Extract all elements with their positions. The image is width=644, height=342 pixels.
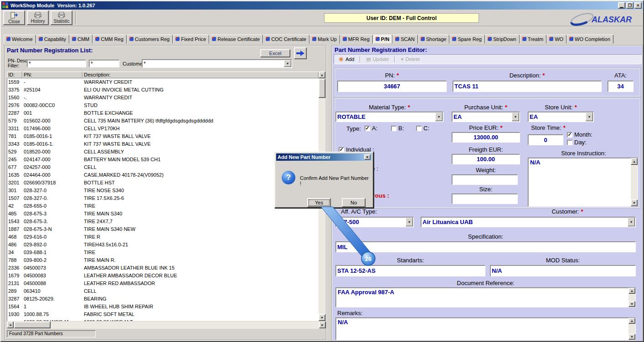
tab-release-certificate[interactable]: Release Certificate (209, 35, 263, 44)
table-row[interactable]: 3311017496-000CELL VP170KH (7, 125, 319, 133)
tab-wo-completion[interactable]: WO Completion (567, 35, 613, 44)
tab-fixed-price[interactable]: Fixed Price (173, 35, 209, 44)
table-row[interactable]: 486029-892-0TIREH43.5x16.0-21 (7, 241, 319, 249)
scroll-up-button[interactable]: ▲ (319, 71, 325, 78)
statistic-button[interactable]: Statistic (51, 10, 72, 25)
type-b-checkbox[interactable] (391, 126, 397, 131)
freight-eur-input[interactable] (452, 154, 520, 164)
customer-filter-combo[interactable]: * ▼ (142, 59, 292, 68)
tab-mfr-reg[interactable]: MFR Reg (340, 35, 373, 44)
combo-arrow-icon[interactable]: ▼ (512, 112, 519, 121)
combo-arrow-icon[interactable]: ▼ (435, 112, 443, 121)
tab-cmm-reg[interactable]: CMM Reg (93, 35, 127, 44)
description-input[interactable] (453, 81, 602, 92)
table-row[interactable]: 245024147-000BATTERY MAIN MODEL 539 CH1 (7, 156, 319, 163)
tab-scan[interactable]: SCAN (392, 35, 418, 44)
table-row[interactable]: 34039-688-1TIRE (7, 249, 319, 256)
scroll-up-button[interactable]: ▲ (629, 318, 635, 324)
month-checkbox[interactable]: ✓ (567, 132, 572, 138)
combo-arrow-icon[interactable]: ▼ (586, 112, 593, 121)
table-row[interactable]: 529018520-000CELL ASSEMBLY (7, 148, 319, 156)
standarts-input[interactable] (335, 265, 485, 276)
table-row[interactable]: 2287001BOTTLE EXCHANGE (7, 109, 319, 117)
add-button[interactable]: ✳ Add (336, 56, 357, 63)
list-horizontal-scrollbar[interactable]: ◄ ► (7, 322, 326, 329)
type-c-checkbox[interactable] (416, 126, 422, 131)
delete-button[interactable]: × Delete (398, 56, 422, 62)
size-input[interactable] (452, 194, 518, 204)
ata-input[interactable] (608, 81, 634, 92)
table-row[interactable]: 1560-.WARRANTY CREDIT (7, 94, 319, 102)
tab-p-n[interactable]: P/N (373, 35, 392, 44)
scroll-down-button[interactable]: ▼ (631, 199, 638, 206)
document-reference-textarea[interactable]: FAA Approval 987-A (335, 287, 636, 307)
table-row[interactable]: 328708125-20629.BEARING (7, 295, 319, 303)
table-row[interactable]: 289063410CELL (7, 287, 319, 295)
table-row[interactable]: 33430185-0016-1.KIT 737 WASTE BALL VALVE (7, 140, 319, 148)
scroll-down-button[interactable]: ▼ (629, 301, 635, 307)
tab-cmm[interactable]: CMM (69, 35, 93, 44)
combo-arrow-icon[interactable]: ▼ (406, 218, 413, 226)
mod-status-input[interactable] (490, 265, 636, 276)
purchase-unit-combo[interactable]: EA ▼ (452, 112, 520, 122)
tab-mark-up[interactable]: Mark Up (309, 35, 340, 44)
store-time-input[interactable] (528, 134, 563, 145)
history-button[interactable]: History (27, 10, 49, 25)
minimize-button[interactable]: ▁ (618, 2, 625, 9)
remarks-scrollbar[interactable]: ▲ ▼ (629, 318, 635, 340)
weight-input[interactable] (452, 174, 518, 185)
specification-input[interactable] (335, 241, 636, 252)
table-row[interactable]: 1887028-675-3-NTIRE MAIN S340 NEW (7, 225, 319, 233)
table-row[interactable]: 677024257-000CELL (7, 163, 319, 171)
yes-button[interactable]: Yes (307, 198, 331, 207)
table-row[interactable]: 485028-675-3TIRE MAIN S340 (7, 210, 319, 218)
table-row[interactable]: 3201026690/37918BOTTLE HST (7, 179, 319, 187)
desc-filter-input[interactable] (89, 60, 119, 67)
go-arrow-button[interactable] (294, 47, 307, 59)
scroll-up-button[interactable]: ▲ (631, 158, 638, 165)
price-eur-input[interactable] (452, 132, 520, 143)
material-type-combo[interactable]: ROTABLE ▼ (335, 112, 443, 122)
tab-shortage[interactable]: Shortage (418, 35, 450, 44)
tab-spare-reg[interactable]: Spare Reg (449, 35, 485, 44)
tab-capability[interactable]: Capability (36, 35, 69, 44)
pn-filter-input[interactable] (27, 60, 86, 67)
table-row[interactable]: 297600082-00CC0STUD (7, 102, 319, 109)
column-header-id[interactable]: ID: (7, 71, 22, 78)
table-row[interactable]: 7810185-0016-1KIT 737 WASTE BALL VALVE (7, 133, 319, 140)
table-row[interactable]: 19301000.88.75FABRIC SOFT METAL (7, 311, 319, 318)
table-row[interactable]: 1559-WARRANTY CREDIT (7, 78, 319, 86)
pn-input[interactable] (337, 81, 447, 92)
combo-arrow-icon[interactable]: ▼ (628, 218, 635, 226)
close-window-button[interactable]: × (634, 2, 642, 9)
tab-welcome[interactable]: Welcome (4, 35, 36, 44)
scroll-right-button[interactable]: ► (319, 322, 326, 328)
tab-customers-reg[interactable]: Customers Reg (127, 35, 173, 44)
table-row[interactable]: 167904500083LEATHER AMBASSADOR DECOR BLU… (7, 272, 319, 280)
table-row[interactable]: 301028-327-0TIRE NOSE S340 (7, 187, 319, 194)
table-row[interactable]: 233604500073AMBASSADOR LEATHER BLUE INK … (7, 264, 319, 272)
update-button[interactable]: ▤ Update (363, 56, 392, 63)
scroll-up-button[interactable]: ▲ (629, 288, 635, 294)
table-row[interactable]: 1543028-675-3.TIRE 24X7,7 (7, 218, 319, 225)
excel-button[interactable]: Excel (260, 49, 290, 57)
tab-coc-certificate[interactable]: COC Certificate (263, 35, 309, 44)
table-row[interactable]: 1000.88.86 WOO-M1000.88.86 WOO M T (7, 318, 319, 321)
dialog-close-icon[interactable]: × (364, 154, 371, 160)
restore-button[interactable]: ❐ (626, 2, 634, 9)
table-row[interactable]: 213104500088LEATHER RED AMBASSADOR (7, 280, 319, 287)
scroll-down-button[interactable]: ▼ (629, 334, 635, 340)
column-header-description[interactable]: Description: (82, 71, 319, 78)
close-button[interactable]: Close (3, 10, 25, 25)
vertical-scroll-thumb[interactable] (319, 79, 325, 98)
type-a-checkbox[interactable]: ✓ (365, 126, 370, 131)
tab-stripdown[interactable]: StripDown (485, 35, 520, 44)
customer-combo[interactable]: Air Lituanica UAB ▼ (421, 217, 636, 227)
horizontal-scroll-thumb[interactable] (14, 322, 51, 328)
scroll-left-button[interactable]: ◄ (7, 322, 14, 328)
day-checkbox[interactable] (567, 140, 572, 145)
table-row[interactable]: 1507028-327-0.TIRE 17.5X6.25-6 (7, 194, 319, 202)
column-header-pn[interactable]: PN: (22, 71, 82, 78)
combo-arrow-icon[interactable]: ▼ (284, 60, 291, 67)
table-row[interactable]: 579015602-000CELL 735 MAIN BATTERY (36) … (7, 117, 319, 125)
